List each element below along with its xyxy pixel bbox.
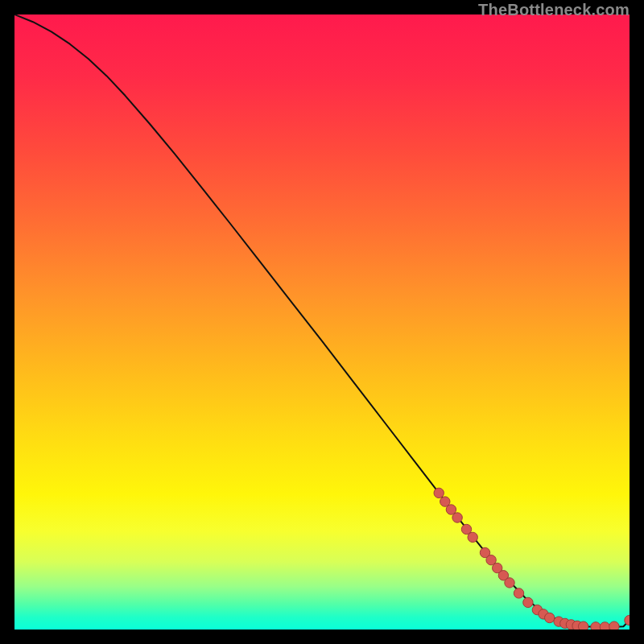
data-point (609, 621, 619, 630)
data-point (468, 532, 477, 542)
watermark-label: TheBottleneck.com (478, 1, 630, 19)
data-point (523, 597, 533, 607)
data-point (434, 488, 444, 497)
chart-stage: TheBottleneck.com (0, 0, 644, 644)
chart-svg (14, 14, 630, 630)
data-point (600, 622, 609, 630)
points-layer (434, 488, 630, 630)
bottleneck-curve (14, 14, 630, 627)
data-point (579, 621, 588, 630)
plot-area (14, 14, 630, 630)
data-point (591, 622, 601, 630)
data-point (452, 513, 462, 522)
curve-layer (14, 14, 630, 627)
data-point (514, 588, 523, 598)
data-point (545, 613, 555, 622)
data-point (505, 578, 514, 588)
